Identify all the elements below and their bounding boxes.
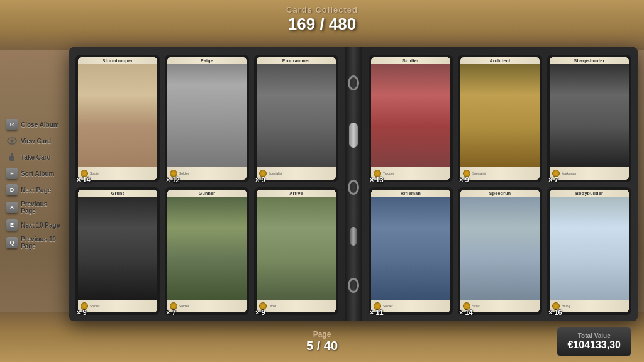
card-slot-9[interactable]: Sharpshooter Marksman × 7 [547, 55, 631, 182]
key-e: E [6, 219, 18, 231]
sidebar-item-sort-album[interactable]: F Sort Album [3, 166, 66, 181]
card-2-count: × 12 [166, 176, 180, 184]
card-5-count: × 7 [166, 309, 176, 316]
prev-page-label: Previous Page [21, 200, 63, 214]
card-11-image [460, 197, 540, 300]
key-q: Q [6, 237, 18, 248]
card-6-title: Arfive [257, 190, 336, 197]
card-1-count: × 14 [77, 176, 91, 184]
card-9-title: Sharpshooter [550, 57, 629, 64]
card-12-title: Bodybuilder [550, 190, 629, 197]
footer: Page 5 / 40 Total Value €104133,30 [0, 321, 644, 362]
close-album-label: Close Album [21, 121, 59, 128]
album-spine [345, 47, 362, 321]
card-8-footer: Specialist [460, 167, 540, 180]
card-slot-2[interactable]: Paige Soldier × 12 [165, 55, 249, 182]
card-slot-8[interactable]: Architect Specialist × 9 [458, 55, 542, 182]
card-9-image [550, 64, 629, 167]
card-6-count: × 9 [255, 309, 265, 316]
spine-clasp [350, 227, 357, 246]
card-3-footer: Specialist [257, 167, 336, 180]
sidebar-item-view-card[interactable]: View Card [3, 133, 66, 148]
hand-icon [6, 151, 18, 163]
card-8-count: × 9 [459, 176, 469, 184]
total-value-panel: Total Value €104133,30 [557, 327, 631, 356]
card-8-title: Architect [460, 57, 540, 64]
cards-collected-label: Cards Collected [0, 5, 644, 14]
next-page-label: Next Page [21, 187, 51, 194]
sidebar-item-next-10[interactable]: E Next 10 Page [3, 217, 66, 233]
svg-point-1 [11, 140, 14, 143]
card-10-count: × 11 [370, 309, 384, 316]
key-f: F [6, 168, 18, 179]
page-left: Stormtrooper Soldier × 14 Paige Soldier … [69, 47, 345, 321]
card-7-image [371, 64, 450, 167]
sidebar-item-prev-page[interactable]: A Previous Page [3, 199, 66, 216]
sidebar-item-next-page[interactable]: D Next Page [3, 182, 66, 197]
card-2-title: Paige [167, 57, 247, 64]
card-slot-1[interactable]: Stormtrooper Soldier × 14 [75, 55, 160, 182]
page-right: Soldier Trooper × 13 Architect Specialis… [362, 47, 638, 321]
cards-collected-count: 169 / 480 [0, 14, 644, 34]
card-5-subtitle: Soldier [179, 304, 189, 308]
card-5-footer: Soldier [167, 300, 247, 312]
card-11-count: × 14 [459, 309, 473, 316]
card-3-image [257, 64, 336, 167]
card-3-title: Programmer [257, 57, 336, 64]
footer-page: Page 5 / 40 [219, 330, 425, 353]
card-5-image [167, 197, 247, 300]
total-value-amount: €104133,30 [567, 339, 621, 351]
card-10-subtitle: Soldier [383, 304, 393, 308]
prev-10-label: Previous 10 Page [21, 236, 63, 250]
spine-handle [349, 123, 358, 148]
view-card-label: View Card [21, 138, 51, 145]
sidebar: R Close Album View Card Take Card F Sort… [0, 47, 69, 321]
card-1-title: Stormtrooper [78, 57, 157, 64]
key-d: D [6, 184, 18, 195]
card-slot-4[interactable]: Grunt Soldier × 9 [75, 187, 160, 315]
card-slot-3[interactable]: Programmer Specialist × 9 [254, 55, 338, 182]
card-3-count: × 9 [255, 176, 265, 184]
card-12-count: × 16 [548, 309, 562, 316]
card-10-image [371, 197, 450, 300]
card-2-subtitle: Soldier [179, 172, 189, 175]
card-7-subtitle: Trooper [383, 172, 394, 175]
card-12-image [550, 197, 629, 300]
card-9-footer: Marksman [550, 167, 629, 180]
card-slot-5[interactable]: Gunner Soldier × 7 [165, 187, 249, 315]
card-6-image [257, 197, 336, 300]
page-value: 5 / 40 [219, 339, 425, 353]
card-6-footer: Droid [257, 300, 336, 312]
total-value-label: Total Value [567, 332, 621, 339]
card-slot-7[interactable]: Soldier Trooper × 13 [369, 55, 453, 182]
card-7-count: × 13 [370, 176, 384, 184]
card-10-title: Rifleman [371, 190, 450, 197]
card-1-subtitle: Soldier [90, 172, 100, 175]
sidebar-item-take-card[interactable]: Take Card [3, 150, 66, 165]
card-12-subtitle: Heavy [562, 304, 570, 308]
key-a: A [6, 202, 18, 213]
card-4-subtitle: Soldier [90, 304, 100, 308]
card-2-image [167, 64, 247, 167]
key-r: R [6, 119, 18, 130]
take-card-label: Take Card [21, 154, 51, 161]
card-11-title: Speedrun [460, 190, 540, 197]
card-slot-12[interactable]: Bodybuilder Heavy × 16 [547, 187, 631, 315]
header: Cards Collected 169 / 480 [0, 5, 644, 34]
card-9-count: × 7 [548, 176, 558, 184]
card-4-title: Grunt [78, 190, 157, 197]
album: Stormtrooper Soldier × 14 Paige Soldier … [69, 47, 638, 321]
sidebar-item-prev-10[interactable]: Q Previous 10 Page [3, 234, 66, 251]
next-10-label: Next 10 Page [21, 222, 60, 229]
eye-icon [6, 135, 18, 146]
card-4-count: × 9 [77, 309, 87, 316]
card-11-subtitle: Scout [472, 304, 480, 308]
spine-ring-3 [348, 278, 359, 293]
sidebar-item-close-album[interactable]: R Close Album [3, 117, 66, 132]
card-slot-6[interactable]: Arfive Droid × 9 [254, 187, 338, 315]
card-slot-11[interactable]: Speedrun Scout × 14 [458, 187, 542, 315]
svg-rect-3 [11, 153, 13, 157]
page-label: Page [219, 330, 425, 339]
card-8-subtitle: Specialist [472, 172, 486, 175]
card-slot-10[interactable]: Rifleman Soldier × 11 [369, 187, 453, 315]
